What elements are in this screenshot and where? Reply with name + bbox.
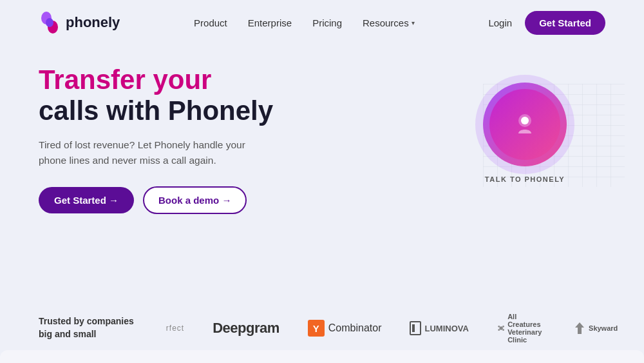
hero-title-main: calls with Phonely: [39, 95, 273, 126]
svg-point-8: [499, 326, 502, 329]
phone-circle-inner: [489, 89, 560, 160]
login-button[interactable]: Login: [488, 17, 512, 28]
svg-point-12: [502, 329, 504, 331]
bottom-bar: [0, 350, 644, 363]
hero-book-demo-button[interactable]: Book a demo →: [143, 186, 247, 214]
logo[interactable]: phonely: [39, 12, 120, 34]
nav-links: Product Enterprise Pricing Resources ▾: [194, 17, 415, 28]
deepgram-logo: Deepgram: [213, 320, 279, 337]
hero-title: Transfer your calls with Phonely: [39, 64, 273, 127]
phone-icon: [509, 109, 540, 140]
hero-subtitle: Tired of lost revenue? Let Phonely handl…: [39, 137, 270, 168]
svg-rect-6: [410, 322, 421, 335]
hero-section: Transfer your calls with Phonely Tired o…: [0, 45, 644, 214]
brand-logos-row: rfect Deepgram Y Combinator LUMINOVA: [166, 313, 618, 344]
trusted-section: Trusted by companies big and small rfect…: [0, 313, 644, 344]
phone-widget[interactable]: [483, 83, 567, 166]
chevron-down-icon: ▾: [412, 19, 415, 26]
trusted-label: Trusted by companies big and small: [39, 315, 134, 340]
svg-point-5: [521, 117, 529, 124]
paw-icon: [497, 322, 505, 334]
svg-point-11: [498, 329, 500, 331]
luminova-logo: LUMINOVA: [410, 321, 468, 335]
svg-point-9: [498, 326, 500, 328]
navbar: phonely Product Enterprise Pricing Resou…: [0, 0, 644, 45]
nav-enterprise[interactable]: Enterprise: [248, 17, 292, 28]
skyward-logo: Skyward: [574, 321, 618, 335]
luminova-icon: [410, 321, 421, 335]
phone-circle-outer: [483, 83, 567, 166]
hero-get-started-button[interactable]: Get Started →: [39, 187, 134, 213]
nav-product[interactable]: Product: [194, 17, 227, 28]
skyward-icon: [574, 321, 585, 335]
hero-title-highlight: Transfer your: [39, 64, 211, 95]
logo-text: phonely: [66, 14, 120, 31]
hero-buttons: Get Started → Book a demo →: [39, 186, 273, 214]
hero-right: TALK TO PHONELY: [483, 83, 567, 183]
yc-text: Combinator: [328, 322, 382, 334]
phonely-logo-icon: [39, 12, 61, 34]
get-started-nav-button[interactable]: Get Started: [525, 11, 605, 35]
all-creatures-logo: All CreaturesVeterinary Clinic: [497, 313, 545, 344]
nav-actions: Login Get Started: [488, 11, 605, 35]
svg-point-2: [46, 18, 53, 27]
nav-resources[interactable]: Resources ▾: [363, 17, 415, 28]
effect-logo: rfect: [166, 324, 184, 333]
svg-point-10: [502, 326, 504, 328]
svg-rect-7: [412, 324, 415, 332]
yc-box: Y: [308, 320, 325, 337]
ycombinator-logo: Y Combinator: [308, 320, 382, 337]
nav-pricing[interactable]: Pricing: [312, 17, 342, 28]
hero-left: Transfer your calls with Phonely Tired o…: [39, 64, 273, 214]
